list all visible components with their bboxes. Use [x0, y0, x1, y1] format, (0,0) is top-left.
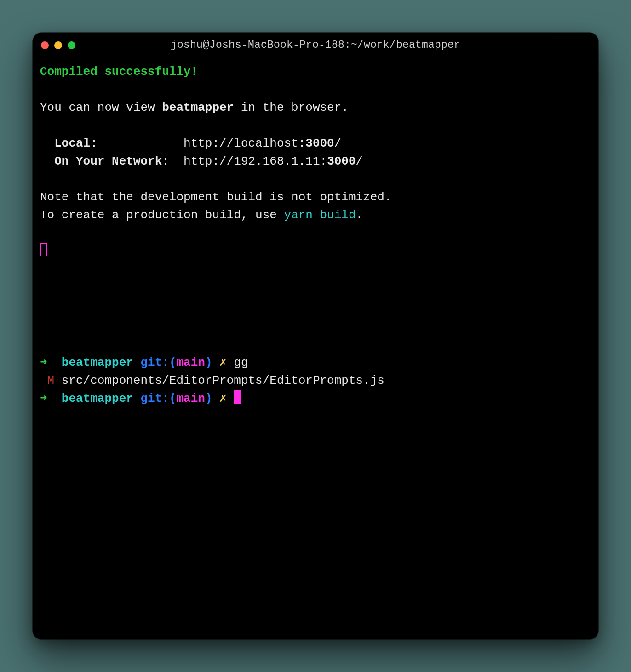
cursor-inactive-icon: [40, 243, 47, 256]
prompt-branch: main: [177, 356, 205, 370]
local-url-suffix: /: [334, 137, 342, 150]
prompt-git-label: git:(: [133, 356, 177, 370]
network-url-prefix: http://192.168.1.11:: [184, 154, 327, 168]
git-status-flag: M: [40, 374, 62, 387]
network-url-suffix: /: [356, 154, 363, 168]
compiled-success: Compiled successfully!: [40, 65, 198, 79]
network-url-port: 3000: [327, 154, 356, 168]
git-status-path: src/components/EditorPrompts/EditorPromp…: [62, 374, 384, 387]
note-line-2-suffix: .: [356, 208, 363, 222]
dirty-icon: ✗: [219, 392, 234, 405]
terminal-window: joshu@Joshs-MacBook-Pro-188:~/work/beatm…: [33, 33, 598, 639]
top-pane[interactable]: Compiled successfully! You can now view …: [33, 57, 598, 348]
view-line-suffix: in the browser.: [234, 101, 349, 114]
project-name: beatmapper: [162, 101, 234, 114]
prompt-dir: beatmapper: [62, 356, 133, 370]
yarn-build-cmd: yarn build: [284, 208, 356, 222]
zoom-icon[interactable]: [68, 41, 75, 49]
close-icon[interactable]: [41, 41, 49, 49]
panes: Compiled successfully! You can now view …: [33, 57, 598, 639]
local-url-prefix: http://localhost:: [184, 137, 305, 150]
prompt-dir: beatmapper: [62, 392, 133, 405]
traffic-lights: [41, 41, 75, 49]
bottom-pane[interactable]: ➜ beatmapper git:(main) ✗ gg M src/compo…: [33, 348, 598, 639]
note-line-1: Note that the development build is not o…: [40, 190, 392, 204]
prompt-branch: main: [177, 392, 205, 405]
stage: joshu@Joshs-MacBook-Pro-188:~/work/beatm…: [0, 0, 631, 672]
minimize-icon[interactable]: [54, 41, 62, 49]
local-url-port: 3000: [305, 137, 334, 150]
prompt-arrow-icon: ➜: [40, 392, 62, 405]
dirty-icon: ✗: [219, 356, 234, 370]
titlebar: joshu@Joshs-MacBook-Pro-188:~/work/beatm…: [33, 33, 598, 57]
prompt-git-label: git:(: [133, 392, 177, 405]
local-label: Local:: [40, 137, 184, 150]
cursor-active-icon: [234, 390, 241, 404]
prompt-git-close: ): [205, 392, 219, 405]
network-label: On Your Network:: [40, 154, 184, 168]
prompt-git-close: ): [205, 356, 219, 370]
view-line-prefix: You can now view: [40, 101, 162, 114]
prompt-arrow-icon: ➜: [40, 356, 62, 370]
note-line-2-prefix: To create a production build, use: [40, 208, 284, 222]
window-title: joshu@Joshs-MacBook-Pro-188:~/work/beatm…: [33, 39, 598, 51]
prompt-command: gg: [234, 356, 248, 370]
